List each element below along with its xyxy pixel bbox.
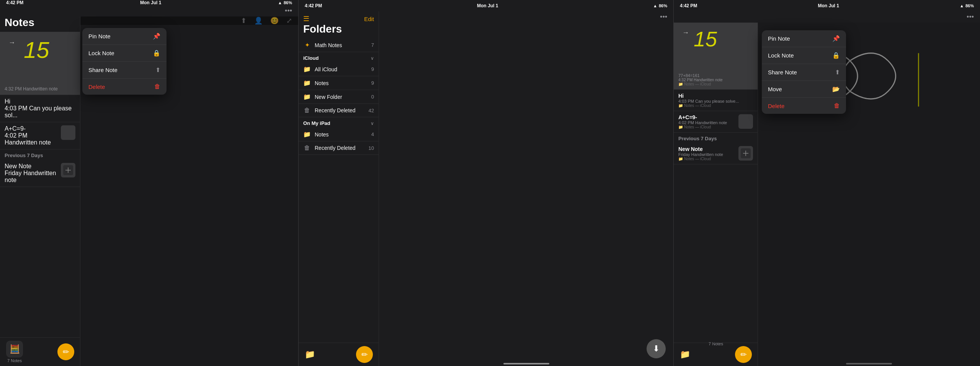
home-indicator-middle [503, 363, 549, 364]
compose-btn-middle-canvas[interactable]: ⬇ [647, 339, 666, 358]
three-dots-right[interactable]: ••• [967, 13, 974, 21]
note-title-hi: Hi [5, 98, 75, 105]
menu-lock-label-right: Lock Note [768, 52, 794, 59]
compose-btn-middle[interactable]: ✏ [356, 346, 373, 363]
detail-hi-title: Hi [678, 93, 753, 99]
onipad-label: On My iPad [303, 120, 330, 126]
folder-recently-deleted-icloud[interactable]: 🗑 Recently Deleted 42 [299, 104, 379, 117]
status-bar-middle: 4:42 PM Mon Jul 1 ▲ 86% [299, 0, 673, 11]
folder-all-icloud[interactable]: 📁 All iCloud 9 [299, 62, 379, 76]
onipad-chevron: ∨ [371, 121, 374, 126]
folders-panel: ☰ Edit Folders ✦ Math Notes 7 iCloud ∨ 📁 [299, 11, 379, 366]
status-icons-left: ▲ 86% [278, 0, 292, 5]
all-icloud-icon: 📁 [303, 66, 311, 73]
detail-thumb-ac [738, 114, 753, 129]
note-meta-ac: 4:02 PM Handwritten note [5, 132, 58, 146]
menu-pin-left[interactable]: Pin Note 📌 [82, 28, 167, 45]
menu-delete-label-right: Delete [768, 103, 784, 109]
sidebar-toggle-icon[interactable]: ☰ [303, 15, 309, 23]
note-item-15[interactable]: → 15 4:32 PM Handwritten note [0, 32, 80, 95]
detail-canvas-right: Pin Note 📌 Lock Note 🔒 Share Note ⬆ Move… [758, 23, 980, 366]
folder-math-notes[interactable]: ✦ Math Notes 7 [299, 38, 379, 52]
detail-note-new[interactable]: New Note Friday Handwritten note 📁Notes … [674, 143, 758, 164]
move-icon-right: 📂 [832, 85, 840, 93]
menu-delete-left[interactable]: Delete 🗑 [82, 79, 167, 95]
all-icloud-count: 9 [371, 66, 374, 72]
time-left: 4:42 PM [6, 0, 23, 5]
compose-btn-left[interactable]: ✏ [57, 343, 74, 360]
wifi-icon-right: ▲ [960, 3, 964, 8]
status-icons-right: ▲ 86% [960, 3, 974, 8]
menu-move-right[interactable]: Move 📂 [762, 81, 846, 98]
notes-ipad-icon: 📁 [303, 131, 311, 138]
panel-middle: 4:42 PM Mon Jul 1 ▲ 86% ☰ Edit Folders ✦… [299, 0, 674, 366]
battery-left: 86% [284, 0, 292, 5]
menu-pin-label-right: Pin Note [768, 35, 790, 42]
status-bar-left: 4:42 PM Mon Jul 1 ▲ 86% [0, 0, 298, 5]
menu-pin-label-left: Pin Note [88, 33, 111, 39]
menu-share-label-right: Share Note [768, 69, 797, 75]
status-bar-right: 4:42 PM Mon Jul 1 ▲ 86% [674, 0, 980, 11]
wifi-icon-middle: ▲ [653, 3, 657, 8]
new-folder-name: New Folder [315, 94, 371, 100]
detail-note-hi[interactable]: Hi 4:03 PM Can you please solve... 📁Note… [674, 90, 758, 111]
count-label-left: 7 Notes [7, 358, 22, 363]
onipad-section-header[interactable]: On My iPad ∨ [299, 117, 379, 128]
icloud-section-header[interactable]: iCloud ∨ [299, 52, 379, 62]
menu-lock-left[interactable]: Lock Note 🔒 [82, 45, 167, 62]
notes-title-left: Notes [0, 16, 80, 32]
folder-notes-ipad[interactable]: 📁 Notes 4 [299, 128, 379, 141]
note-title-ac: A+C=9- [5, 125, 58, 132]
detail-new-title: New Note [678, 146, 735, 152]
menu-delete-label-left: Delete [88, 84, 105, 90]
detail-note-77[interactable]: → 15 77+84=161 4:32 PM Handwritten note … [674, 23, 758, 90]
note-item-new[interactable]: New Note Friday Handwritten note [0, 160, 80, 187]
folder-new-folder[interactable]: 📁 New Folder 0 [299, 90, 379, 104]
time-middle: 4:42 PM [305, 3, 322, 8]
recently-deleted-icloud-count: 42 [369, 108, 374, 113]
wifi-icon: ▲ [278, 0, 282, 5]
note-item-hi[interactable]: Hi 4:03 PM Can you please sol... [0, 95, 80, 122]
folder-notes-icloud[interactable]: 📁 Notes 9 [299, 76, 379, 90]
calc-icon-left[interactable]: 🧮 [6, 341, 23, 358]
share-icon-right: ⬆ [835, 69, 840, 76]
menu-lock-label-left: Lock Note [88, 50, 114, 56]
note-meta-hi: 4:03 PM Can you please sol... [5, 105, 75, 119]
notes-icloud-name: Notes [315, 80, 371, 86]
detail-ac-title: A+C=9- [678, 114, 735, 120]
recently-deleted-ipad-name: Recently Deleted [315, 145, 369, 151]
time-right: 4:42 PM [680, 3, 697, 8]
detail-thumb-new [738, 146, 753, 161]
note-thumb-ac [61, 125, 75, 140]
notes-ipad-name: Notes [315, 131, 371, 138]
menu-pin-right[interactable]: Pin Note 📌 [762, 30, 846, 47]
note-canvas-left: ⬆ 👤 😊 ⤢ → 15 Pin [80, 16, 298, 366]
menu-delete-right[interactable]: Delete 🗑 [762, 98, 846, 114]
three-dots-middle[interactable]: ••• [660, 13, 667, 21]
menu-share-right[interactable]: Share Note ⬆ [762, 64, 846, 81]
share-icon-menu-left: ⬆ [155, 66, 160, 74]
menu-lock-right[interactable]: Lock Note 🔒 [762, 47, 846, 64]
note-thumb-new [61, 163, 75, 177]
trash-ipad-icon: 🗑 [303, 144, 311, 151]
all-icloud-name: All iCloud [315, 66, 371, 72]
pin-icon-right: 📌 [832, 35, 840, 42]
note-meta-new: Friday Handwritten note [5, 170, 58, 184]
detail-notes-list: → 15 77+84=161 4:32 PM Handwritten note … [674, 23, 758, 366]
three-dots-left[interactable]: ••• [285, 7, 292, 15]
note-time-15: 4:32 PM Handwritten note [5, 86, 75, 92]
context-menu-right: Pin Note 📌 Lock Note 🔒 Share Note ⬆ Move… [762, 30, 846, 114]
math-icon: ✦ [303, 41, 311, 49]
edit-button[interactable]: Edit [364, 16, 374, 22]
folder-recently-deleted-ipad[interactable]: 🗑 Recently Deleted 10 [299, 141, 379, 155]
menu-share-left[interactable]: Share Note ⬆ [82, 62, 167, 79]
detail-note-ac[interactable]: A+C=9- 4:02 PM Handwritten note 📁Notes —… [674, 111, 758, 133]
detail-note-77-meta: 77+84=161 [678, 73, 753, 78]
panel-right: 4:42 PM Mon Jul 1 ▲ 86% ••• → 15 [674, 0, 980, 366]
compose-btn-right[interactable]: ✏ [735, 346, 752, 363]
note-item-ac[interactable]: A+C=9- 4:02 PM Handwritten note [0, 122, 80, 149]
new-folder-btn[interactable]: 📁 [305, 350, 315, 359]
date-middle: Mon Jul 1 [477, 3, 498, 8]
folder-btn-right[interactable]: 📁 [680, 350, 690, 359]
section-previous-right: Previous 7 Days [674, 133, 758, 143]
